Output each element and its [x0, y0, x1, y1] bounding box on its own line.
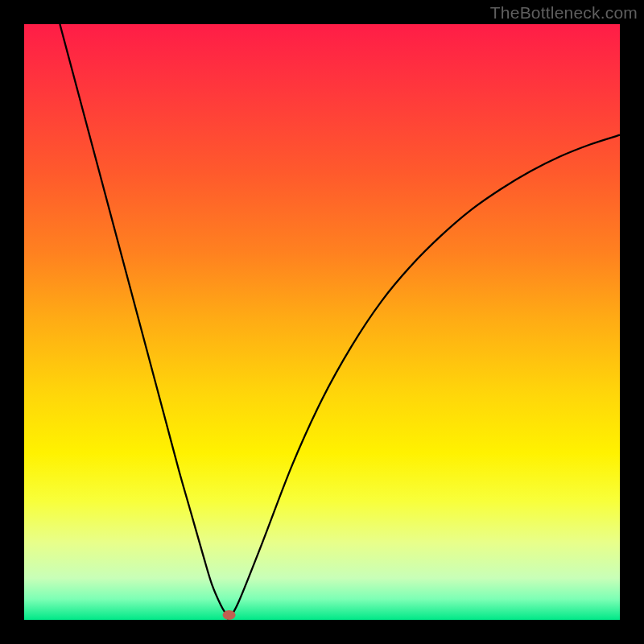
plot-background [24, 24, 620, 620]
chart-frame: TheBottleneck.com [0, 0, 644, 644]
bottleneck-chart [0, 0, 644, 644]
optimal-point-marker [223, 610, 236, 620]
